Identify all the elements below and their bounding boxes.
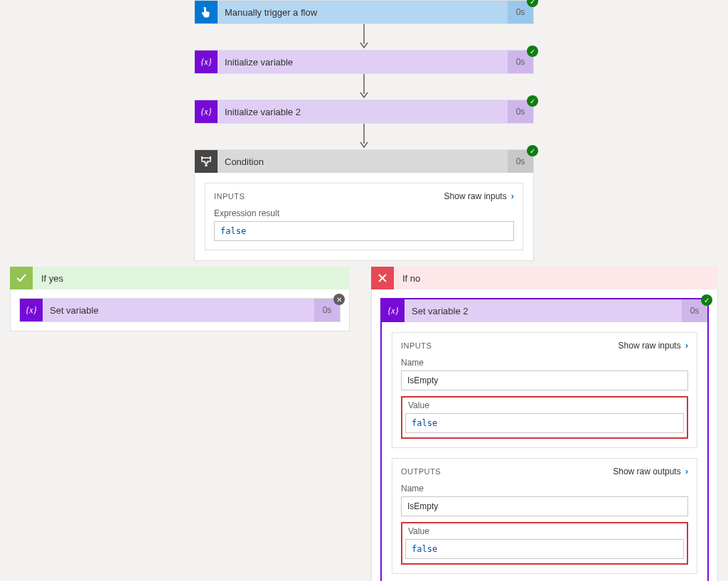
condition-card[interactable]: Condition 0s ✓ INPUTS Show raw inputs › … xyxy=(194,149,534,261)
inputs-label: INPUTS xyxy=(401,341,432,350)
name-label: Name xyxy=(401,484,688,494)
name-value: IsEmpty xyxy=(401,371,688,390)
svg-text:{x}: {x} xyxy=(201,57,212,67)
init-variable2-title: Initialize variable 2 xyxy=(218,100,508,123)
show-raw-outputs-link[interactable]: Show raw outputs › xyxy=(613,466,688,476)
inputs-panel: INPUTS Show raw inputs › Name IsEmpty xyxy=(392,332,697,448)
expression-result-label: Expression result xyxy=(214,208,514,218)
variable-icon: {x} xyxy=(20,299,43,321)
trigger-title: Manually trigger a flow xyxy=(218,1,508,23)
init-variable-card[interactable]: {x} Initialize variable 0s ✓ xyxy=(194,50,534,74)
highlight-box: Value false xyxy=(401,522,688,565)
checkmark-icon: ✓ xyxy=(527,95,538,107)
set-variable-card[interactable]: {x} Set variable 0s ✕ xyxy=(19,298,341,322)
condition-title: Condition xyxy=(218,150,508,173)
svg-rect-6 xyxy=(210,156,211,159)
connector-arrow xyxy=(194,24,534,50)
name-label: Name xyxy=(401,358,688,368)
init-variable-title: Initialize variable xyxy=(218,50,508,73)
show-raw-inputs-link[interactable]: Show raw inputs › xyxy=(444,191,514,201)
svg-rect-5 xyxy=(201,156,203,159)
inputs-panel: INPUTS Show raw inputs › Expression resu… xyxy=(205,183,523,250)
checkmark-icon: ✓ xyxy=(701,294,712,306)
svg-text:{x}: {x} xyxy=(201,107,212,117)
value-value: false xyxy=(405,539,684,559)
init-variable2-card[interactable]: {x} Initialize variable 2 0s ✓ xyxy=(194,100,534,124)
if-yes-label: If yes xyxy=(41,273,63,284)
value-value: false xyxy=(405,413,684,433)
chevron-right-icon: › xyxy=(685,466,688,476)
set-variable2-title: Set variable 2 xyxy=(405,299,682,322)
connector-arrow xyxy=(194,124,534,149)
trigger-card[interactable]: Manually trigger a flow 0s ✓ xyxy=(194,0,534,24)
svg-text:{x}: {x} xyxy=(26,305,37,315)
checkmark-icon: ✓ xyxy=(527,0,538,7)
set-variable-title: Set variable xyxy=(43,299,314,321)
checkmark-icon: ✓ xyxy=(527,46,538,57)
set-variable2-card[interactable]: {x} Set variable 2 0s ✓ INPUTS Show ra xyxy=(380,298,709,581)
if-no-header[interactable]: If no xyxy=(371,267,718,289)
expression-result-value: false xyxy=(214,221,514,241)
inputs-label: INPUTS xyxy=(214,192,245,201)
skipped-icon: ✕ xyxy=(333,294,345,305)
checkmark-icon xyxy=(10,267,33,289)
svg-text:{x}: {x} xyxy=(388,306,399,316)
highlight-box: Value false xyxy=(401,396,688,439)
condition-icon xyxy=(195,150,218,173)
if-no-label: If no xyxy=(402,273,420,284)
if-no-branch: If no {x} Set variable 2 0s ✓ xyxy=(371,267,718,581)
touch-icon xyxy=(195,1,218,23)
variable-icon: {x} xyxy=(195,100,218,123)
value-label: Value xyxy=(408,400,684,410)
checkmark-icon: ✓ xyxy=(527,145,538,156)
name-value: IsEmpty xyxy=(401,496,688,516)
value-label: Value xyxy=(408,526,684,536)
chevron-right-icon: › xyxy=(685,340,688,351)
connector-arrow xyxy=(194,74,534,100)
outputs-panel: OUTPUTS Show raw outputs › Name IsEmpty xyxy=(392,458,697,574)
chevron-right-icon: › xyxy=(511,191,514,201)
outputs-label: OUTPUTS xyxy=(401,467,441,476)
if-yes-branch: If yes {x} Set variable 0s ✕ xyxy=(10,267,350,581)
svg-rect-7 xyxy=(205,164,208,166)
variable-icon: {x} xyxy=(195,50,218,73)
if-yes-header[interactable]: If yes xyxy=(10,267,350,289)
show-raw-inputs-link[interactable]: Show raw inputs › xyxy=(619,340,688,351)
close-icon xyxy=(371,267,394,289)
variable-icon: {x} xyxy=(382,299,405,322)
